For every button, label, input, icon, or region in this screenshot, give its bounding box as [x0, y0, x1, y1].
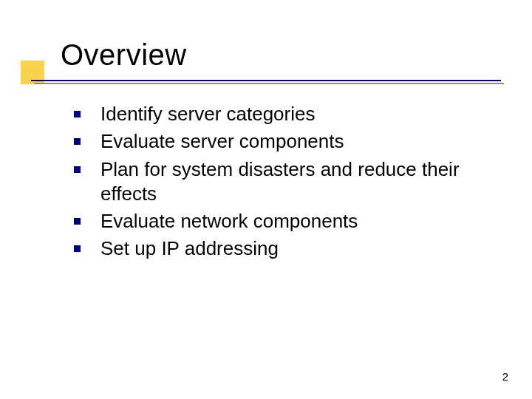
list-item-text: Identify server categories: [100, 103, 315, 125]
square-bullet-icon: [74, 166, 81, 173]
list-item: Plan for system disasters and reduce the…: [74, 157, 488, 207]
list-item: Evaluate network components: [74, 209, 488, 233]
list-item: Identify server categories: [74, 102, 488, 126]
square-bullet-icon: [74, 218, 81, 225]
list-item-text: Set up IP addressing: [100, 237, 279, 259]
title-rule: [31, 80, 501, 81]
square-bullet-icon: [74, 245, 81, 252]
list-item: Evaluate server components: [74, 129, 488, 154]
slide-title: Overview: [61, 38, 187, 72]
title-rule-shadow: [34, 83, 504, 84]
square-bullet-icon: [74, 111, 81, 117]
list-item-text: Evaluate network components: [100, 210, 358, 232]
bullet-list: Identify server categories Evaluate serv…: [74, 102, 488, 262]
slide-body: Identify server categories Evaluate serv…: [74, 102, 488, 265]
page-number: 2: [502, 370, 508, 383]
list-item: Set up IP addressing: [74, 236, 488, 261]
slide: Overview Identify server categories Eval…: [0, 0, 532, 399]
square-bullet-icon: [74, 138, 81, 145]
list-item-text: Plan for system disasters and reduce the…: [100, 158, 460, 205]
list-item-text: Evaluate server components: [100, 130, 344, 152]
